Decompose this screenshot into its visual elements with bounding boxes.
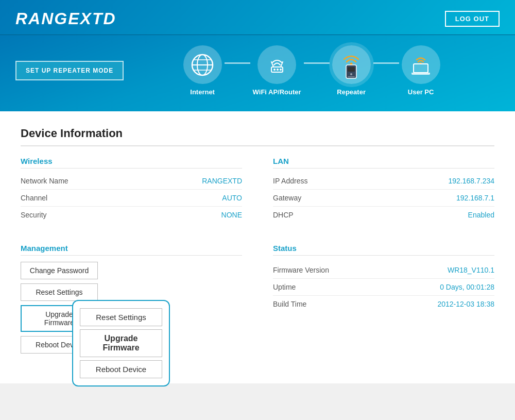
wireless-value-0: RANGEXTD [202, 177, 242, 185]
status-value-2: 2012-12-03 18:38 [437, 300, 494, 308]
wireless-value-1: AUTO [222, 194, 242, 202]
lan-section: LAN IP Address 192.168.7.234 Gateway 192… [273, 157, 494, 223]
info-grid: Wireless Network Name RANGEXTD Channel A… [21, 157, 494, 233]
svg-rect-15 [348, 76, 355, 77]
status-row-2: Build Time 2012-12-03 18:38 [273, 296, 494, 312]
wireless-row-1: Channel AUTO [21, 190, 242, 207]
wireless-section-title: Wireless [21, 157, 242, 169]
internet-label: Internet [190, 88, 215, 96]
connector-2 [304, 62, 330, 64]
status-section-title: Status [273, 244, 494, 256]
wireless-row-2: Security NONE [21, 207, 242, 223]
lan-value-2: Enabled [468, 211, 494, 219]
internet-icon-circle [183, 45, 222, 84]
setup-repeater-button[interactable]: SET UP REPEATER MODE [15, 61, 124, 80]
management-grid: Management Change Password Reset Setting… [21, 244, 494, 368]
wireless-section: Wireless Network Name RANGEXTD Channel A… [21, 157, 242, 223]
connector-1 [225, 62, 250, 64]
svg-point-10 [280, 69, 282, 71]
lan-label-0: IP Address [273, 177, 307, 185]
management-section-title: Management [21, 244, 242, 256]
repeater-label: Repeater [337, 88, 366, 96]
lan-value-0: 192.168.7.234 [448, 177, 494, 185]
tp-reset-settings-button[interactable]: Reset Settings [80, 308, 162, 326]
device-user-pc: User PC [402, 45, 440, 96]
lan-row-0: IP Address 192.168.7.234 [273, 173, 494, 190]
status-row-0: Firmware Version WR18_V110.1 [273, 262, 494, 279]
lan-section-title: LAN [273, 157, 494, 169]
lan-label-2: DHCP [273, 211, 294, 219]
status-label-0: Firmware Version [273, 266, 329, 274]
lan-label-1: Gateway [273, 194, 301, 202]
router-label: WiFi AP/Router [253, 88, 301, 96]
user-pc-icon-circle [402, 45, 440, 84]
wireless-label-1: Channel [21, 194, 47, 202]
main-content: Device Information Wireless Network Name… [0, 111, 515, 383]
page-title: Device Information [21, 127, 494, 146]
logout-button[interactable]: LOG OUT [445, 11, 500, 27]
wireless-label-0: Network Name [21, 177, 68, 185]
status-row-1: Uptime 0 Days, 00:01:28 [273, 279, 494, 296]
tp-reboot-device-button[interactable]: Reboot Device [80, 360, 162, 378]
change-password-button[interactable]: Change Password [21, 262, 98, 279]
upgrade-firmware-wrapper: Upgrade Firmware Reset Settings Upgrade … [21, 305, 98, 336]
wireless-row-0: Network Name RANGEXTD [21, 173, 242, 190]
repeater-icon-circle [332, 45, 371, 84]
logo: RANGEXTD [15, 9, 116, 28]
status-value-1: 0 Days, 00:01:28 [440, 283, 494, 291]
svg-point-8 [273, 69, 276, 71]
wireless-label-2: Security [21, 211, 47, 219]
tooltip-popup: Reset Settings Upgrade Firmware Reboot D… [72, 300, 170, 387]
device-internet: Internet [183, 45, 222, 96]
status-label-2: Build Time [273, 300, 306, 308]
reset-settings-button[interactable]: Reset Settings [21, 283, 98, 301]
tp-upgrade-firmware-button[interactable]: Upgrade Firmware [80, 329, 162, 357]
status-label-1: Uptime [273, 283, 296, 291]
banner: SET UP REPEATER MODE Internet [0, 35, 515, 111]
user-pc-label: User PC [408, 88, 434, 96]
router-icon-circle [258, 45, 296, 84]
header: RANGEXTD LOG OUT [0, 0, 515, 35]
device-repeater: Repeater [332, 45, 371, 96]
svg-point-14 [350, 73, 352, 75]
device-diagram: Internet W [124, 45, 500, 96]
status-value-0: WR18_V110.1 [448, 266, 494, 274]
svg-rect-17 [414, 64, 428, 73]
status-section: Status Firmware Version WR18_V110.1 Upti… [273, 244, 494, 358]
lan-row-2: DHCP Enabled [273, 207, 494, 223]
wireless-value-2: NONE [221, 211, 242, 219]
management-section: Management Change Password Reset Setting… [21, 244, 242, 358]
connector-3 [373, 62, 399, 64]
lan-row-1: Gateway 192.168.7.1 [273, 190, 494, 207]
svg-point-9 [277, 69, 279, 71]
lan-value-1: 192.168.7.1 [456, 194, 494, 202]
svg-rect-13 [348, 67, 355, 72]
device-wifi-router: WiFi AP/Router [253, 45, 301, 96]
